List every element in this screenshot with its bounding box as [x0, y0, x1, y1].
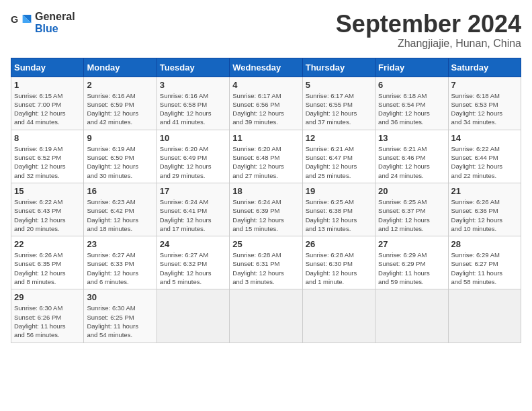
calendar-cell: 17Sunrise: 6:24 AM Sunset: 6:41 PM Dayli…	[157, 183, 229, 236]
day-number: 21	[451, 186, 518, 196]
day-info: Sunrise: 6:28 AM Sunset: 6:31 PM Dayligh…	[232, 250, 299, 286]
day-info: Sunrise: 6:17 AM Sunset: 6:55 PM Dayligh…	[306, 91, 372, 127]
calendar-cell: 20Sunrise: 6:25 AM Sunset: 6:37 PM Dayli…	[375, 183, 448, 236]
logo-icon: G	[11, 12, 32, 34]
day-number: 20	[378, 186, 445, 196]
header-sunday: Sunday	[11, 58, 84, 77]
day-number: 26	[306, 239, 372, 249]
day-number: 19	[306, 186, 372, 196]
calendar-cell: 2Sunrise: 6:16 AM Sunset: 6:59 PM Daylig…	[84, 77, 157, 130]
svg-text:G: G	[11, 14, 18, 25]
calendar-table: SundayMondayTuesdayWednesdayThursdayFrid…	[11, 58, 521, 343]
day-info: Sunrise: 6:30 AM Sunset: 6:25 PM Dayligh…	[87, 304, 153, 339]
calendar-cell: 9Sunrise: 6:19 AM Sunset: 6:50 PM Daylig…	[84, 130, 157, 183]
calendar-cell: 14Sunrise: 6:22 AM Sunset: 6:44 PM Dayli…	[448, 130, 521, 183]
day-info: Sunrise: 6:19 AM Sunset: 6:50 PM Dayligh…	[87, 144, 153, 180]
day-number: 18	[232, 186, 299, 196]
day-number: 10	[160, 133, 226, 143]
day-info: Sunrise: 6:22 AM Sunset: 6:43 PM Dayligh…	[14, 197, 81, 233]
day-number: 3	[160, 80, 226, 90]
day-info: Sunrise: 6:27 AM Sunset: 6:32 PM Dayligh…	[160, 250, 226, 286]
header-thursday: Thursday	[302, 58, 375, 77]
calendar-cell: 28Sunrise: 6:29 AM Sunset: 6:27 PM Dayli…	[448, 236, 521, 289]
calendar-cell: 21Sunrise: 6:26 AM Sunset: 6:36 PM Dayli…	[448, 183, 521, 236]
day-info: Sunrise: 6:30 AM Sunset: 6:26 PM Dayligh…	[14, 304, 81, 339]
day-number: 13	[378, 133, 445, 143]
day-number: 25	[232, 239, 299, 249]
calendar-cell: 11Sunrise: 6:20 AM Sunset: 6:48 PM Dayli…	[230, 130, 302, 183]
day-info: Sunrise: 6:28 AM Sunset: 6:30 PM Dayligh…	[306, 250, 372, 286]
day-info: Sunrise: 6:24 AM Sunset: 6:41 PM Dayligh…	[160, 197, 226, 233]
calendar-week-row: 22Sunrise: 6:26 AM Sunset: 6:35 PM Dayli…	[11, 236, 521, 289]
logo-text-line1: General	[35, 11, 75, 23]
logo-text-line2: Blue	[35, 23, 75, 35]
day-info: Sunrise: 6:20 AM Sunset: 6:48 PM Dayligh…	[232, 144, 299, 180]
day-info: Sunrise: 6:29 AM Sunset: 6:29 PM Dayligh…	[378, 250, 445, 286]
calendar-cell: 15Sunrise: 6:22 AM Sunset: 6:43 PM Dayli…	[11, 183, 84, 236]
calendar-week-row: 29Sunrise: 6:30 AM Sunset: 6:26 PM Dayli…	[11, 289, 521, 342]
header-saturday: Saturday	[448, 58, 521, 77]
day-info: Sunrise: 6:16 AM Sunset: 6:58 PM Dayligh…	[160, 91, 226, 127]
day-number: 4	[232, 80, 299, 90]
day-info: Sunrise: 6:20 AM Sunset: 6:49 PM Dayligh…	[160, 144, 226, 180]
day-number: 2	[87, 80, 153, 90]
calendar-week-row: 15Sunrise: 6:22 AM Sunset: 6:43 PM Dayli…	[11, 183, 521, 236]
day-number: 7	[451, 80, 518, 90]
day-info: Sunrise: 6:23 AM Sunset: 6:42 PM Dayligh…	[87, 197, 153, 233]
day-info: Sunrise: 6:25 AM Sunset: 6:37 PM Dayligh…	[378, 197, 445, 233]
day-info: Sunrise: 6:18 AM Sunset: 6:53 PM Dayligh…	[451, 91, 518, 127]
calendar-cell: 26Sunrise: 6:28 AM Sunset: 6:30 PM Dayli…	[302, 236, 375, 289]
day-info: Sunrise: 6:16 AM Sunset: 6:59 PM Dayligh…	[87, 91, 153, 127]
day-info: Sunrise: 6:25 AM Sunset: 6:38 PM Dayligh…	[306, 197, 372, 233]
day-number: 9	[87, 133, 153, 143]
calendar-cell: 3Sunrise: 6:16 AM Sunset: 6:58 PM Daylig…	[157, 77, 229, 130]
calendar-cell: 30Sunrise: 6:30 AM Sunset: 6:25 PM Dayli…	[84, 289, 157, 342]
calendar-cell: 4Sunrise: 6:17 AM Sunset: 6:56 PM Daylig…	[230, 77, 302, 130]
calendar-cell	[302, 289, 375, 342]
calendar-cell	[230, 289, 302, 342]
page-header: G General Blue September 2024 Zhangjiaji…	[11, 11, 521, 50]
day-info: Sunrise: 6:19 AM Sunset: 6:52 PM Dayligh…	[14, 144, 81, 180]
day-number: 29	[14, 292, 81, 302]
calendar-cell: 29Sunrise: 6:30 AM Sunset: 6:26 PM Dayli…	[11, 289, 84, 342]
day-info: Sunrise: 6:15 AM Sunset: 7:00 PM Dayligh…	[14, 91, 81, 127]
day-number: 5	[306, 80, 372, 90]
calendar-cell: 12Sunrise: 6:21 AM Sunset: 6:47 PM Dayli…	[302, 130, 375, 183]
calendar-cell: 23Sunrise: 6:27 AM Sunset: 6:33 PM Dayli…	[84, 236, 157, 289]
day-info: Sunrise: 6:17 AM Sunset: 6:56 PM Dayligh…	[232, 91, 299, 127]
day-info: Sunrise: 6:29 AM Sunset: 6:27 PM Dayligh…	[451, 250, 518, 286]
day-number: 16	[87, 186, 153, 196]
calendar-cell: 16Sunrise: 6:23 AM Sunset: 6:42 PM Dayli…	[84, 183, 157, 236]
header-tuesday: Tuesday	[157, 58, 229, 77]
calendar-week-row: 8Sunrise: 6:19 AM Sunset: 6:52 PM Daylig…	[11, 130, 521, 183]
day-number: 30	[87, 292, 153, 302]
calendar-cell: 13Sunrise: 6:21 AM Sunset: 6:46 PM Dayli…	[375, 130, 448, 183]
calendar-cell: 5Sunrise: 6:17 AM Sunset: 6:55 PM Daylig…	[302, 77, 375, 130]
day-number: 28	[451, 239, 518, 249]
day-info: Sunrise: 6:22 AM Sunset: 6:44 PM Dayligh…	[451, 144, 518, 180]
calendar-cell: 18Sunrise: 6:24 AM Sunset: 6:39 PM Dayli…	[230, 183, 302, 236]
day-number: 22	[14, 239, 81, 249]
day-number: 1	[14, 80, 81, 90]
calendar-cell: 10Sunrise: 6:20 AM Sunset: 6:49 PM Dayli…	[157, 130, 229, 183]
day-number: 14	[451, 133, 518, 143]
day-number: 8	[14, 133, 81, 143]
day-number: 27	[378, 239, 445, 249]
calendar-cell: 25Sunrise: 6:28 AM Sunset: 6:31 PM Dayli…	[230, 236, 302, 289]
title-block: September 2024 Zhangjiajie, Hunan, China	[336, 11, 521, 50]
day-info: Sunrise: 6:24 AM Sunset: 6:39 PM Dayligh…	[232, 197, 299, 233]
day-number: 17	[160, 186, 226, 196]
day-number: 11	[232, 133, 299, 143]
calendar-cell: 6Sunrise: 6:18 AM Sunset: 6:54 PM Daylig…	[375, 77, 448, 130]
day-number: 15	[14, 186, 81, 196]
day-info: Sunrise: 6:21 AM Sunset: 6:46 PM Dayligh…	[378, 144, 445, 180]
calendar-cell: 27Sunrise: 6:29 AM Sunset: 6:29 PM Dayli…	[375, 236, 448, 289]
calendar-cell: 19Sunrise: 6:25 AM Sunset: 6:38 PM Dayli…	[302, 183, 375, 236]
day-info: Sunrise: 6:26 AM Sunset: 6:36 PM Dayligh…	[451, 197, 518, 233]
calendar-cell	[448, 289, 521, 342]
header-monday: Monday	[84, 58, 157, 77]
calendar-cell: 24Sunrise: 6:27 AM Sunset: 6:32 PM Dayli…	[157, 236, 229, 289]
logo: G General Blue	[11, 11, 75, 35]
day-info: Sunrise: 6:18 AM Sunset: 6:54 PM Dayligh…	[378, 91, 445, 127]
header-friday: Friday	[375, 58, 448, 77]
